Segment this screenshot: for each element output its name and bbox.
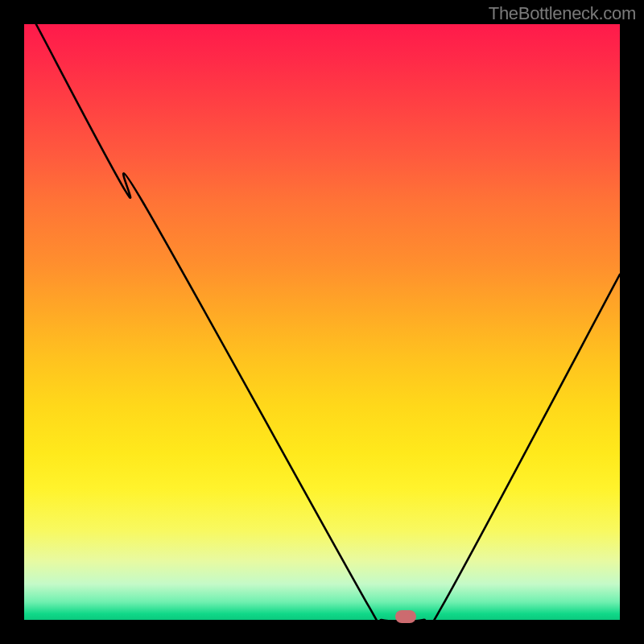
watermark-text: TheBottleneck.com xyxy=(489,3,636,24)
curve-path xyxy=(36,24,620,620)
plot-area xyxy=(24,24,620,620)
curve-svg xyxy=(24,24,620,620)
marker-dot xyxy=(395,610,416,623)
